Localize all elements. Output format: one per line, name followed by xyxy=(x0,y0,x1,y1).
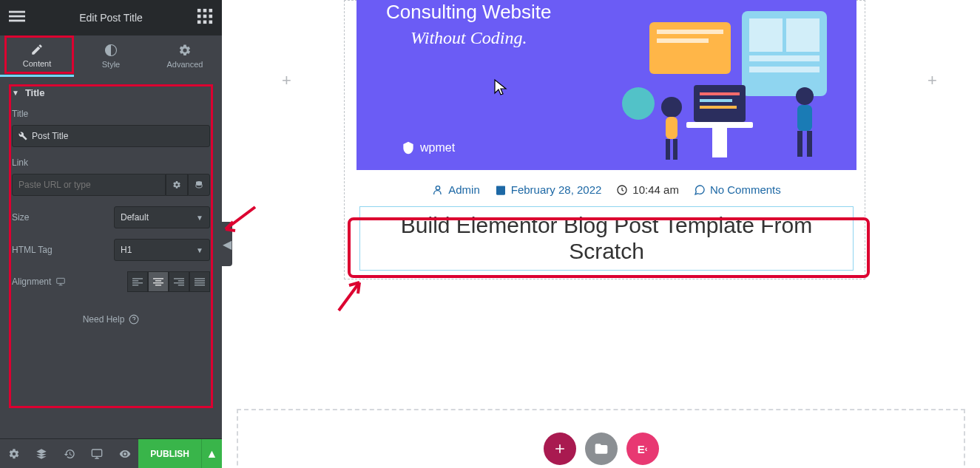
svg-point-55 xyxy=(622,87,655,120)
svg-point-56 xyxy=(436,186,440,189)
svg-rect-28 xyxy=(195,280,205,281)
svg-rect-53 xyxy=(797,131,802,157)
help-icon xyxy=(129,314,139,325)
align-justify-button[interactable] xyxy=(189,271,210,292)
elementskit-button[interactable]: E‹ xyxy=(626,433,659,465)
responsive-footer-button[interactable] xyxy=(83,439,110,468)
hero-image: Consulting Website Without Coding. wpmet xyxy=(356,0,856,170)
panel-collapse-handle[interactable]: ◀ xyxy=(222,222,232,266)
layers-icon xyxy=(36,448,47,460)
editor-panel: Edit Post Title Content Style Advanced ▼… xyxy=(0,0,222,468)
svg-rect-18 xyxy=(132,285,138,285)
svg-rect-52 xyxy=(797,105,812,131)
field-alignment: Alignment xyxy=(12,271,210,292)
align-left-icon xyxy=(132,277,143,287)
svg-rect-4 xyxy=(203,9,207,13)
panel-title: Edit Post Title xyxy=(25,12,197,24)
svg-rect-0 xyxy=(9,11,25,13)
svg-rect-22 xyxy=(155,285,161,285)
alignment-group xyxy=(127,271,210,292)
history-footer-button[interactable] xyxy=(55,439,83,468)
field-html-label: HTML Tag xyxy=(12,245,53,255)
svg-rect-45 xyxy=(686,122,753,128)
size-select[interactable]: Default ▼ xyxy=(114,206,210,228)
svg-rect-26 xyxy=(178,285,184,285)
hamburger-icon[interactable] xyxy=(9,8,25,27)
svg-rect-50 xyxy=(673,139,677,160)
settings-footer-button[interactable] xyxy=(0,439,27,468)
ek-icon: E xyxy=(638,443,645,455)
link-dynamic-button[interactable] xyxy=(188,174,210,196)
chevron-down-icon: ▼ xyxy=(196,214,203,222)
title-dynamic-input[interactable]: Post Title xyxy=(12,125,210,147)
database-icon xyxy=(195,180,203,189)
svg-rect-17 xyxy=(132,282,143,283)
apps-grid-icon[interactable] xyxy=(197,8,213,27)
chevron-down-icon: ▼ xyxy=(196,246,203,254)
field-align-label: Alignment xyxy=(12,277,66,287)
svg-rect-2 xyxy=(9,20,25,22)
add-template-button[interactable] xyxy=(585,433,618,465)
svg-rect-21 xyxy=(153,282,163,283)
field-link-label: Link xyxy=(12,157,210,168)
link-input[interactable] xyxy=(12,174,166,196)
navigator-footer-button[interactable] xyxy=(27,439,55,468)
section-title: ▼ Title Title Post Title Link S xyxy=(0,77,222,302)
align-left-button[interactable] xyxy=(127,271,148,292)
tab-advanced-label: Advanced xyxy=(167,60,203,69)
add-section-button[interactable] xyxy=(544,433,576,465)
section-header-title[interactable]: ▼ Title xyxy=(12,77,210,109)
svg-rect-7 xyxy=(203,15,207,18)
add-column-left[interactable]: + xyxy=(282,71,291,90)
post-title-widget[interactable]: Build Elementor Blog Post Template From … xyxy=(359,206,854,271)
gear-icon xyxy=(172,180,181,189)
align-right-button[interactable] xyxy=(169,271,189,292)
wrench-icon xyxy=(18,132,27,140)
tab-content-label: Content xyxy=(23,59,52,68)
svg-point-47 xyxy=(661,97,682,118)
meta-author[interactable]: Admin xyxy=(432,183,480,196)
wpmet-logo-icon xyxy=(401,140,416,155)
field-title: Title Post Title xyxy=(12,109,210,147)
caret-down-icon: ▼ xyxy=(12,89,19,97)
svg-rect-10 xyxy=(203,21,207,24)
align-center-icon xyxy=(153,277,163,287)
html-tag-value: H1 xyxy=(121,245,132,255)
align-right-icon xyxy=(174,277,184,287)
publish-options-button[interactable]: ▲ xyxy=(201,439,222,468)
svg-rect-38 xyxy=(786,18,820,52)
svg-rect-14 xyxy=(57,278,65,283)
tab-content[interactable]: Content xyxy=(0,35,74,77)
svg-rect-35 xyxy=(657,38,709,43)
field-html-tag: HTML Tag H1 ▼ xyxy=(12,239,210,261)
html-tag-select[interactable]: H1 ▼ xyxy=(114,239,210,261)
svg-rect-19 xyxy=(153,278,163,279)
eye-icon xyxy=(119,448,131,460)
hero-brand: wpmet xyxy=(401,140,455,155)
post-title-text: Build Elementor Blog Post Template From … xyxy=(375,213,838,264)
svg-rect-48 xyxy=(666,117,677,139)
meta-date[interactable]: February 28, 2022 xyxy=(495,183,602,196)
hero-line2: Without Coding. xyxy=(386,28,552,48)
svg-rect-34 xyxy=(657,30,723,34)
publish-button[interactable]: PUBLISH xyxy=(138,439,201,468)
align-center-button[interactable] xyxy=(148,271,169,292)
add-column-right[interactable]: + xyxy=(927,71,937,90)
add-section-area: E‹ Drag widget here xyxy=(237,409,965,468)
svg-rect-24 xyxy=(178,280,184,281)
plus-icon xyxy=(552,441,567,456)
svg-rect-11 xyxy=(209,21,213,24)
tab-style-label: Style xyxy=(102,60,120,69)
hero-illustration xyxy=(612,0,842,170)
svg-rect-23 xyxy=(174,278,184,279)
tab-style[interactable]: Style xyxy=(74,35,148,77)
tab-advanced[interactable]: Advanced xyxy=(148,35,222,77)
help-link[interactable]: Need Help xyxy=(0,302,222,336)
svg-rect-32 xyxy=(92,450,101,456)
preview-footer-button[interactable] xyxy=(111,439,138,468)
link-options-button[interactable] xyxy=(166,174,188,196)
svg-rect-15 xyxy=(132,278,143,279)
meta-comments[interactable]: No Comments xyxy=(694,183,781,196)
pencil-icon xyxy=(30,43,44,56)
panel-footer: PUBLISH ▲ xyxy=(0,438,222,468)
